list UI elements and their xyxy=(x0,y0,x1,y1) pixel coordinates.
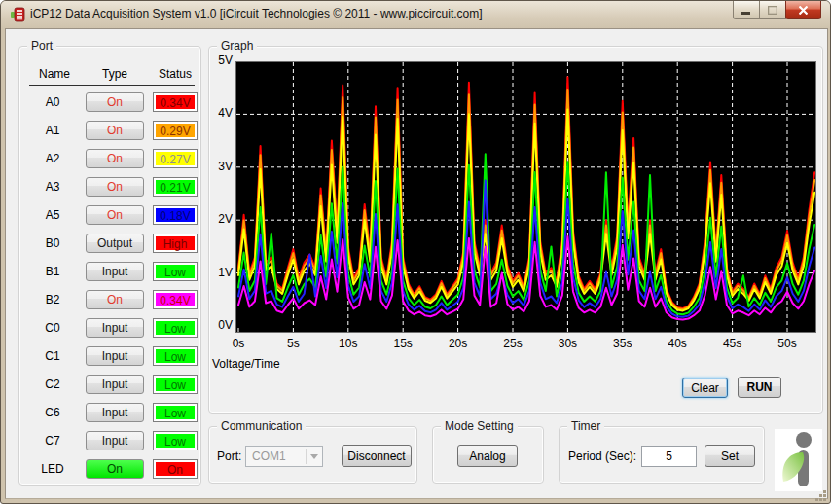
maximize-button[interactable] xyxy=(759,1,786,19)
port-row-C7: C7InputLow xyxy=(19,431,200,450)
com-port-select[interactable]: COM1 xyxy=(245,446,323,467)
app-window: iCP12 Data Acquisition System v1.0 [iCir… xyxy=(0,0,831,504)
port-status-A3: 0.21V xyxy=(153,177,198,197)
port-type-button-C2[interactable]: Input xyxy=(86,375,144,394)
port-row-A3: A3On0.21V xyxy=(19,177,200,197)
port-type-button-LED[interactable]: On xyxy=(86,459,144,479)
port-name-A3: A3 xyxy=(31,177,74,197)
port-name-C0: C0 xyxy=(31,318,74,338)
graph-group-label: Graph xyxy=(217,39,257,53)
port-row-LED: LEDOnOn xyxy=(19,459,200,479)
x-tick-50s: 50s xyxy=(768,337,807,350)
column-header-status: Status xyxy=(153,67,198,81)
port-type-button-B1[interactable]: Input xyxy=(86,262,144,281)
x-tick-40s: 40s xyxy=(658,337,697,350)
port-type-button-B2[interactable]: On xyxy=(86,290,144,309)
port-name-B2: B2 xyxy=(31,290,74,309)
port-name-C1: C1 xyxy=(31,346,74,366)
port-row-C1: C1InputLow xyxy=(19,346,200,366)
axis-caption: Voltage/Time xyxy=(212,357,280,371)
brand-logo xyxy=(775,429,822,491)
port-status-C0: Low xyxy=(153,318,198,338)
communication-group-label: Communication xyxy=(217,419,306,433)
y-tick-2V: 2V xyxy=(199,212,233,226)
port-name-A5: A5 xyxy=(31,205,74,225)
port-row-C2: C2InputLow xyxy=(19,375,200,394)
clear-button[interactable]: Clear xyxy=(682,378,728,398)
disconnect-button[interactable]: Disconnect xyxy=(342,445,412,467)
com-port-value: COM1 xyxy=(252,450,286,463)
port-status-C6: Low xyxy=(153,403,198,422)
port-group-label: Port xyxy=(27,39,56,53)
x-tick-0s: 0s xyxy=(219,337,258,350)
port-status-B1: Low xyxy=(153,262,198,281)
port-row-B2: B2On0.34V xyxy=(19,290,200,309)
port-name-A0: A0 xyxy=(31,92,74,112)
port-row-B1: B1InputLow xyxy=(19,262,200,281)
port-name-C7: C7 xyxy=(31,431,74,450)
port-type-button-A3[interactable]: On xyxy=(86,177,144,197)
port-row-A5: A5On0.18V xyxy=(19,205,200,225)
port-type-button-A0[interactable]: On xyxy=(86,92,144,112)
run-button[interactable]: RUN xyxy=(738,377,781,398)
port-name-C6: C6 xyxy=(31,403,74,422)
port-name-C2: C2 xyxy=(31,375,74,394)
port-combo-label: Port: xyxy=(217,450,241,463)
maximize-icon xyxy=(768,6,777,15)
graph-plot xyxy=(235,61,816,333)
resize-grip-icon xyxy=(814,489,827,502)
port-status-C1: Low xyxy=(153,346,198,366)
resize-grip[interactable] xyxy=(814,488,827,501)
port-name-B0: B0 xyxy=(31,234,74,253)
close-icon xyxy=(799,6,808,15)
header-divider xyxy=(29,85,195,86)
port-status-C2: Low xyxy=(153,375,198,394)
port-status-C7: Low xyxy=(153,431,198,450)
analog-mode-button[interactable]: Analog xyxy=(457,445,518,467)
port-type-button-A2[interactable]: On xyxy=(86,149,144,168)
port-status-LED: On xyxy=(153,459,198,479)
port-status-B2: 0.34V xyxy=(153,290,198,309)
close-button[interactable] xyxy=(785,1,821,19)
port-type-button-A1[interactable]: On xyxy=(86,121,144,140)
x-tick-5s: 5s xyxy=(273,337,312,350)
port-row-A2: A2On0.27V xyxy=(19,149,200,168)
y-tick-0V: 0V xyxy=(199,318,233,332)
port-type-button-C0[interactable]: Input xyxy=(86,318,144,338)
x-tick-15s: 15s xyxy=(383,337,422,350)
port-type-button-C7[interactable]: Input xyxy=(86,431,144,450)
title-bar: iCP12 Data Acquisition System v1.0 [iCir… xyxy=(1,1,830,28)
port-row-C0: C0InputLow xyxy=(19,318,200,338)
port-name-B1: B1 xyxy=(31,262,74,281)
x-tick-10s: 10s xyxy=(329,337,368,350)
x-tick-20s: 20s xyxy=(439,337,478,350)
port-status-A5: 0.18V xyxy=(153,205,198,225)
port-type-button-A5[interactable]: On xyxy=(86,205,144,225)
y-tick-4V: 4V xyxy=(199,106,233,120)
port-group: Port Name Type Status A0On0.34VA1On0.29V… xyxy=(18,46,201,486)
combo-divider xyxy=(306,449,307,464)
mode-setting-group-label: Mode Setting xyxy=(441,419,518,433)
x-tick-25s: 25s xyxy=(493,337,532,350)
port-status-A0: 0.34V xyxy=(153,92,198,112)
x-tick-45s: 45s xyxy=(713,337,752,350)
port-type-button-C6[interactable]: Input xyxy=(86,403,144,422)
port-type-button-C1[interactable]: Input xyxy=(86,346,144,366)
port-type-button-B0[interactable]: Output xyxy=(86,234,144,253)
minimize-icon xyxy=(741,6,751,15)
window-title: iCP12 Data Acquisition System v1.0 [iCir… xyxy=(30,1,483,27)
port-row-A0: A0On0.34V xyxy=(19,92,200,112)
minimize-button[interactable] xyxy=(733,1,760,19)
icircuit-person-icon xyxy=(775,429,822,491)
port-row-A1: A1On0.29V xyxy=(19,121,200,140)
column-header-name: Name xyxy=(33,67,76,81)
app-icon xyxy=(10,7,25,22)
port-row-B0: B0OutputHigh xyxy=(19,234,200,253)
port-name-A2: A2 xyxy=(31,149,74,168)
period-input[interactable] xyxy=(641,446,697,467)
y-tick-3V: 3V xyxy=(199,160,233,173)
set-period-button[interactable]: Set xyxy=(705,445,755,467)
x-tick-30s: 30s xyxy=(548,337,587,350)
y-tick-5V: 5V xyxy=(199,54,233,67)
port-status-B0: High xyxy=(153,234,198,253)
